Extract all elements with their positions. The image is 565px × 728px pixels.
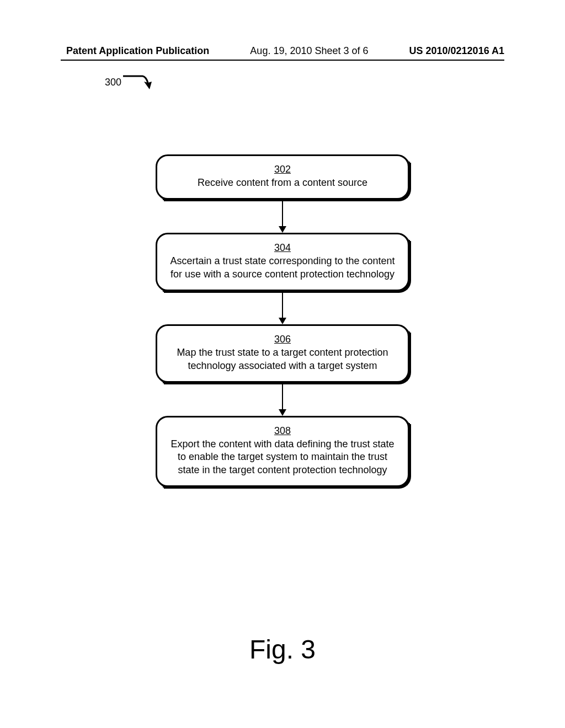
svg-marker-1 — [144, 82, 152, 89]
connector-line — [282, 200, 283, 226]
header-date-sheet: Aug. 19, 2010 Sheet 3 of 6 — [250, 45, 368, 57]
step-box-304-wrap: 304 Ascertain a trust state correspondin… — [156, 233, 409, 291]
header-divider — [61, 60, 504, 61]
step-box-306: 306 Map the trust state to a target cont… — [156, 324, 409, 383]
arrow-down-icon — [279, 318, 286, 324]
step-box-306-wrap: 306 Map the trust state to a target cont… — [156, 324, 409, 383]
figure-label: Fig. 3 — [249, 634, 316, 665]
step-text: Export the content with data defining th… — [168, 438, 397, 477]
step-text: Ascertain a trust state corresponding to… — [168, 255, 397, 281]
reference-number: 300 — [105, 77, 121, 88]
reference-label-group: 300 — [105, 72, 153, 93]
page-header: Patent Application Publication Aug. 19, … — [0, 45, 565, 57]
step-number: 302 — [274, 164, 291, 175]
connector-line — [282, 383, 283, 409]
header-publication-type: Patent Application Publication — [66, 45, 209, 57]
step-text: Map the trust state to a target content … — [168, 346, 397, 372]
flowchart: 302 Receive content from a content sourc… — [156, 154, 409, 487]
connector-arrow — [279, 383, 286, 416]
step-box-304: 304 Ascertain a trust state correspondin… — [156, 233, 409, 291]
reference-arrow-icon — [123, 72, 153, 93]
header-publication-number: US 2010/0212016 A1 — [409, 45, 504, 57]
step-box-302-wrap: 302 Receive content from a content sourc… — [156, 154, 409, 200]
connector-arrow — [279, 200, 286, 233]
step-box-308-wrap: 308 Export the content with data definin… — [156, 416, 409, 487]
step-number: 308 — [274, 425, 291, 437]
connector-line — [282, 291, 283, 318]
step-number: 306 — [274, 334, 291, 345]
step-box-308: 308 Export the content with data definin… — [156, 416, 409, 487]
step-text: Receive content from a content source — [168, 176, 397, 189]
arrow-down-icon — [279, 226, 286, 233]
arrow-down-icon — [279, 409, 286, 416]
step-number: 304 — [274, 242, 291, 254]
step-box-302: 302 Receive content from a content sourc… — [156, 154, 409, 200]
connector-arrow — [279, 291, 286, 324]
